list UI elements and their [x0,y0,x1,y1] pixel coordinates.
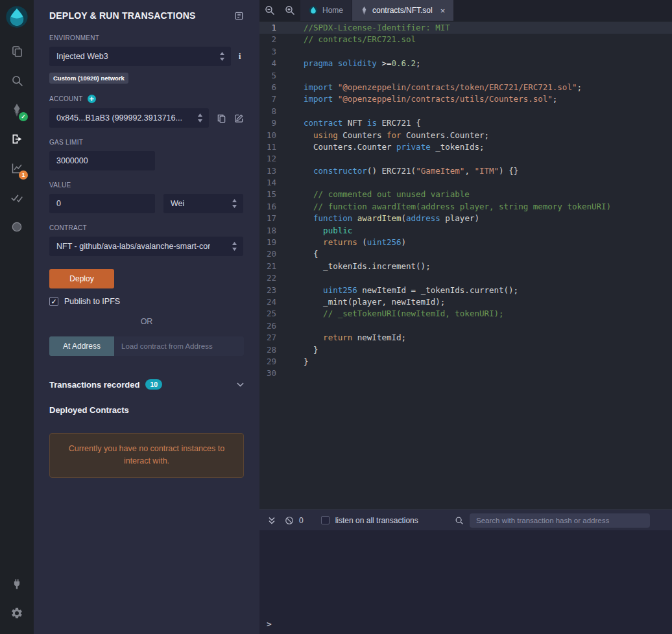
zoom-in-icon[interactable] [280,0,300,21]
plugin-manager-icon[interactable] [0,569,34,598]
editor-line: 21 _tokenIds.increment(); [259,261,672,272]
editor-line: 28 } [259,344,672,356]
copy-account-icon[interactable] [217,113,226,123]
editor-line: 13 constructor() ERC721("GameItem", "ITM… [259,165,672,177]
editor-line: 19 returns (uint256) [259,237,672,248]
publish-ipfs-checkbox[interactable]: ✓ [49,297,58,306]
editor-line: 12 [259,153,672,165]
editor-line: 24 _mint(player, newItemId); [259,296,672,308]
deploy-button[interactable]: Deploy [49,269,114,288]
terminal-search-input[interactable] [470,513,650,528]
tab-home-label: Home [322,6,343,15]
tab-home[interactable]: Home [300,0,352,21]
network-badge: Custom (10920) network [49,73,128,84]
solidity-file-icon [361,6,368,15]
editor-line: 22 [259,272,672,284]
editor-line: 8 [259,106,672,117]
solidity-compiler-icon[interactable]: ✓ [0,95,34,124]
terminal-search-icon [455,516,464,525]
unit-testing-icon[interactable] [0,183,34,212]
transactions-chevron-icon[interactable] [237,382,244,387]
no-instances-alert: Currently you have no contract instances… [49,433,244,478]
editor-line: 20 { [259,248,672,260]
terminal-panel: 0 listen on all transactions > [259,510,672,634]
editor-line: 4pragma solidity >=0.6.2; [259,58,672,69]
select-arrows-icon [232,242,237,251]
debugger-icon[interactable] [0,212,34,241]
edit-account-icon[interactable] [234,113,244,123]
clear-console-icon[interactable] [285,516,294,525]
at-address-button[interactable]: At Address [49,336,114,356]
code-editor[interactable]: 1//SPDX-License-Identifier: MIT2// contr… [259,21,672,510]
terminal-output[interactable]: > [259,530,672,634]
editor-line: 1//SPDX-License-Identifier: MIT [259,22,672,34]
editor-line: 30 [259,368,672,379]
value-unit-select[interactable]: Wei [163,194,243,213]
listen-transactions-label: listen on all transactions [335,516,418,525]
zoom-out-icon[interactable] [259,0,280,21]
search-icon[interactable] [0,66,34,95]
editor-line: 16 // function awardItem(address player,… [259,201,672,213]
deploy-and-run-icon[interactable] [0,124,34,154]
panel-docs-icon[interactable] [234,11,244,21]
editor-line: 25 // _setTokenURI(newItemId, tokenURI); [259,308,672,320]
environment-select[interactable]: Injected Web3 [49,47,231,66]
select-arrows-icon [197,113,203,123]
contract-label: CONTRACT [49,224,244,231]
transactions-recorded-label: Transactions recorded [49,380,139,390]
editor-line: 2// contracts/ERC721.sol [259,34,672,45]
editor-line: 7import "@openzeppelin/contracts/utils/C… [259,93,672,105]
at-address-input[interactable] [114,336,244,356]
tab-bar: Home contracts/NFT.sol × [259,0,672,21]
value-input[interactable] [49,194,155,213]
add-account-icon[interactable] [88,95,96,103]
analytics-count-badge: 1 [19,170,28,180]
account-select[interactable]: 0x845...B1aB3 (999992.3913716... [49,108,209,128]
editor-line: 10 using Counters for Counters.Counter; [259,130,672,141]
editor-line: 6import "@openzeppelin/contracts/token/E… [259,82,672,93]
editor-line: 23 uint256 newItemId = _tokenIds.current… [259,285,672,296]
editor-line: 27 return newItemId; [259,332,672,344]
environment-value: Injected Web3 [56,52,108,61]
remix-logo [5,5,29,29]
value-unit: Wei [171,199,184,208]
deploy-run-panel: DEPLOY & RUN TRANSACTIONS ENVIRONMENT In… [34,0,259,634]
terminal-collapse-icon[interactable] [267,516,276,525]
editor-line: 9contract NFT is ERC721 { [259,117,672,129]
editor-line: 3 [259,46,672,58]
tab-nft-sol-label: contracts/NFT.sol [372,6,433,15]
editor-line: 14 [259,177,672,189]
editor-line: 29} [259,356,672,368]
contract-select[interactable]: NFT - github/ava-labs/avalanche-smart-co… [49,237,243,256]
publish-ipfs-label: Publish to IPFS [64,297,120,306]
panel-title: DEPLOY & RUN TRANSACTIONS [49,10,196,21]
file-explorer-icon[interactable] [0,37,34,66]
editor-line: 26 [259,320,672,332]
main-area: Home contracts/NFT.sol × 1//SPDX-License… [259,0,672,634]
transaction-count: 0 [299,516,304,525]
account-label: ACCOUNT [49,95,83,102]
select-arrows-icon [219,52,225,61]
terminal-toolbar: 0 listen on all transactions [259,510,672,530]
gas-limit-input[interactable] [49,151,155,170]
select-arrows-icon [232,199,237,208]
deployed-contracts-label: Deployed Contracts [49,405,244,415]
editor-line: 18 public [259,225,672,237]
analytics-icon[interactable]: 1 [0,154,34,183]
compiler-success-badge: ✓ [19,112,28,121]
editor-line: 5 [259,70,672,82]
gas-limit-label: GAS LIMIT [49,139,244,146]
transactions-count-badge: 10 [145,379,162,390]
icon-sidebar: ✓ 1 [0,0,34,634]
tab-close-icon[interactable]: × [440,6,446,16]
listen-transactions-checkbox[interactable] [321,516,330,524]
remix-home-icon [309,6,318,15]
environment-info-icon[interactable]: i [239,52,241,62]
editor-line: 11 Counters.Counter private _tokenIds; [259,141,672,153]
contract-value: NFT - github/ava-labs/avalanche-smart-co… [56,242,210,251]
account-value: 0x845...B1aB3 (999992.3913716... [56,113,182,123]
value-label: VALUE [49,182,244,189]
tab-nft-sol[interactable]: contracts/NFT.sol × [352,0,453,21]
terminal-prompt: > [267,619,665,629]
settings-icon[interactable] [0,598,34,628]
